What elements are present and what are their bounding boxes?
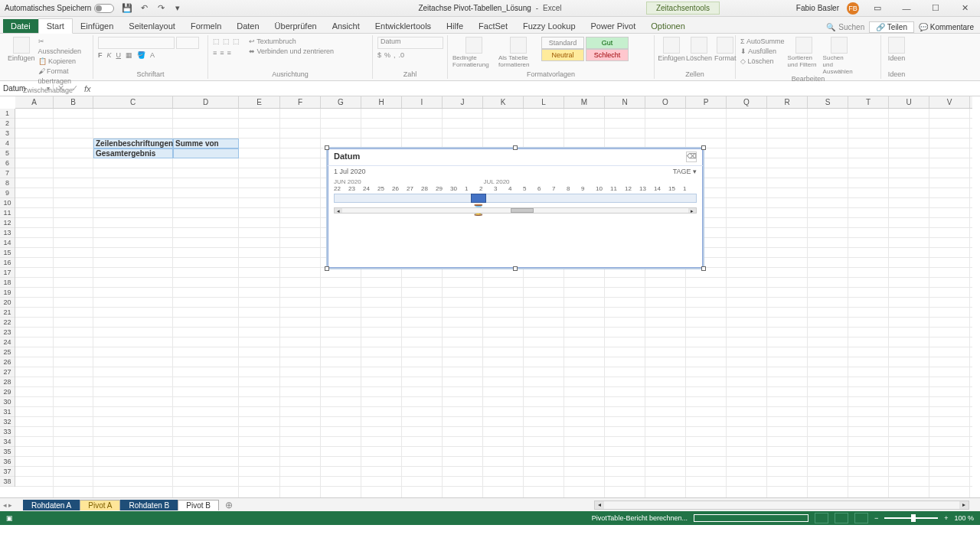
format-cells-button[interactable]: Format [714,37,737,62]
tab-seitenlayout[interactable]: Seitenlayout [121,19,183,33]
row-27[interactable]: 27 [0,367,15,377]
zoom-level[interactable]: 100 % [954,514,974,522]
wrap-text-button[interactable]: ↩ Textumbruch [249,37,334,47]
redo-icon[interactable]: ↷ [155,3,166,14]
insert-cells-button[interactable]: Einfügen [659,37,684,62]
comments-button[interactable]: 💬 Kommentare [919,23,974,31]
zoom-slider[interactable] [884,517,938,519]
col-V[interactable]: V [929,96,970,108]
scroll-left-icon[interactable]: ◂ [335,208,342,213]
row-6[interactable]: 6 [0,158,15,168]
autosum-button[interactable]: Σ AutoSumme [740,37,785,47]
row-12[interactable]: 12 [0,218,15,228]
row-11[interactable]: 11 [0,208,15,218]
resize-handle[interactable] [325,145,329,150]
currency-button[interactable]: $ [377,51,381,60]
merge-button[interactable]: ⬌ Verbinden und zentrieren [249,47,334,57]
horizontal-scrollbar[interactable]: ◂ ▸ [594,500,969,510]
align-right[interactable]: ≡ [227,48,231,58]
resize-handle[interactable] [513,266,518,271]
sheet-pivot-b[interactable]: Pivot B [178,500,219,510]
row-25[interactable]: 25 [0,347,15,357]
style-neutral[interactable]: Neutral [541,49,584,61]
tab-file[interactable]: Datei [3,19,38,33]
tab-formeln[interactable]: Formeln [183,19,229,33]
tab-fuzzy[interactable]: Fuzzy Lookup [515,19,583,33]
tab-start[interactable]: Start [38,18,73,34]
col-F[interactable]: F [280,96,321,108]
col-P[interactable]: P [686,96,727,108]
row-23[interactable]: 23 [0,328,15,337]
copy-button[interactable]: 📋 Kopieren [38,57,88,67]
percent-button[interactable]: % [384,51,390,60]
timeline-selection[interactable] [471,194,486,203]
tab-einfuegen[interactable]: Einfügen [73,19,121,33]
sort-filter-button[interactable]: Sortieren und Filtern [788,37,820,68]
resize-handle[interactable] [513,145,518,150]
worksheet-grid[interactable]: A B C D E F G H I J K L M N O P Q R S T … [0,96,980,497]
col-Q[interactable]: Q [727,96,767,108]
name-box[interactable]: Datum▾ [0,84,54,93]
fx-icon[interactable]: fx [81,84,94,93]
row-29[interactable]: 29 [0,387,15,397]
hscroll-right[interactable]: ▸ [959,501,969,509]
sheet-rohdaten-a[interactable]: Rohdaten A [23,500,80,510]
col-S[interactable]: S [808,96,848,108]
col-G[interactable]: G [321,96,361,108]
slicer-level-select[interactable]: TAGE ▾ [673,168,697,175]
qat-more-icon[interactable]: ▾ [172,3,183,14]
col-N[interactable]: N [605,96,645,108]
scroll-right-icon[interactable]: ▸ [688,208,696,213]
row-26[interactable]: 26 [0,357,15,367]
fill-color-button[interactable]: 🪣 [137,51,145,60]
view-normal-icon[interactable] [815,513,828,523]
view-layout-icon[interactable] [835,513,848,523]
number-format-select[interactable]: Datum [377,37,443,49]
col-R[interactable]: R [767,96,808,108]
row-9[interactable]: 9 [0,188,15,198]
tab-ueberpruefen[interactable]: Überprüfen [267,19,325,33]
row-10[interactable]: 10 [0,198,15,208]
row-37[interactable]: 37 [0,467,15,477]
find-select-button[interactable]: Suchen und Auswählen [823,37,855,75]
sheet-nav-prev[interactable]: ◂ [3,501,7,509]
row-14[interactable]: 14 [0,238,15,248]
col-A[interactable]: A [15,96,54,108]
col-E[interactable]: E [239,96,280,108]
resize-handle[interactable] [701,145,706,150]
row-20[interactable]: 20 [0,298,15,308]
col-H[interactable]: H [361,96,402,108]
pivot-row-labels[interactable]: Zeilenbeschriftungen [93,139,173,148]
row-15[interactable]: 15 [0,248,15,258]
tab-hilfe[interactable]: Hilfe [439,19,471,33]
row-17[interactable]: 17 [0,268,15,278]
record-macro-icon[interactable]: ▣ [6,514,13,522]
tab-ansicht[interactable]: Ansicht [325,19,368,33]
delete-cells-button[interactable]: Löschen [687,37,711,62]
font-select[interactable] [98,37,175,49]
timeline-scrollbar[interactable]: ◂ ▸ [334,207,697,214]
autosave[interactable]: Automatisches Speichern [5,4,114,13]
row-21[interactable]: 21 [0,308,15,318]
align-top[interactable]: ⬚ [213,37,220,47]
user-avatar[interactable]: FB [847,2,859,15]
row-36[interactable]: 36 [0,457,15,467]
row-34[interactable]: 34 [0,437,15,447]
scroll-thumb[interactable] [511,208,534,213]
comma-button[interactable]: , [394,51,396,60]
user-name[interactable]: Fabio Basler [796,4,839,12]
col-I[interactable]: I [402,96,443,108]
timeline-slicer[interactable]: Datum ⌫ 1 Jul 2020 TAGE ▾ JUN 2020 JUL 2… [326,147,704,269]
clear-filter-icon[interactable]: ⌫ [686,152,697,162]
resize-handle[interactable] [701,266,706,271]
autosave-toggle[interactable] [94,4,114,13]
font-color-button[interactable]: A [150,51,155,60]
row-32[interactable]: 32 [0,417,15,427]
zoom-out-button[interactable]: − [874,514,878,522]
row-1[interactable]: 1 [0,109,15,119]
style-standard[interactable]: Standard [541,37,584,49]
align-left[interactable]: ≡ [213,48,217,58]
style-gut[interactable]: Gut [586,37,629,49]
col-U[interactable]: U [889,96,929,108]
row-24[interactable]: 24 [0,337,15,347]
